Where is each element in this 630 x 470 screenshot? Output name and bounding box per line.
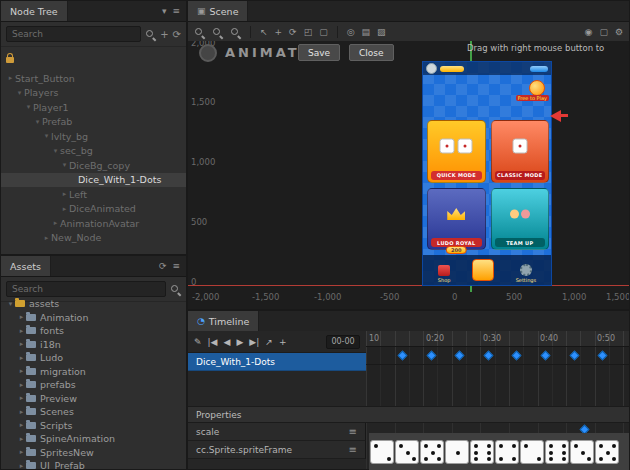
mode-tile[interactable]: LUDO ROYAL200 — [427, 188, 486, 251]
asset-arrow-icon[interactable]: ▸ — [17, 340, 26, 348]
tree-arrow-icon[interactable]: ▸ — [42, 234, 51, 242]
select-tool-icon[interactable]: ↖ — [260, 27, 268, 37]
asset-item[interactable]: ▸SpritesNew — [1, 446, 186, 460]
keyframe-diamond[interactable] — [512, 351, 522, 361]
rotate-tool-icon[interactable]: ⟳ — [289, 27, 297, 37]
lock-icon[interactable] — [6, 57, 14, 63]
tab-node-tree[interactable]: Node Tree — [1, 1, 68, 21]
tree-item[interactable]: ▸DiceAnimated — [1, 202, 186, 217]
game-preview[interactable]: Free to Play QUICK MODECLASSIC MODELUDO … — [422, 61, 552, 286]
region-tool-icon[interactable]: ◰ — [304, 27, 313, 37]
tree-arrow-icon[interactable]: ▾ — [51, 147, 60, 155]
assets-menu-icon[interactable]: ≡ — [172, 261, 180, 271]
dice-frame[interactable] — [595, 440, 619, 464]
tree-item[interactable]: ▾DiceBg_copy — [1, 158, 186, 173]
record-circle-icon[interactable] — [199, 44, 217, 62]
timeline-ruler[interactable]: 100:200:300:400:50 — [366, 331, 629, 347]
tree-item[interactable]: ▾Prefab — [1, 115, 186, 130]
time-display[interactable]: 00-00 — [326, 335, 360, 349]
dice-frame[interactable] — [545, 440, 569, 464]
asset-arrow-icon[interactable]: ▸ — [17, 408, 26, 416]
step-back-icon[interactable]: ◀ — [224, 337, 231, 347]
gizmo-arrow-icon[interactable] — [550, 110, 561, 122]
edit-icon[interactable]: ✎ — [194, 337, 202, 347]
zoom-reset-icon[interactable] — [212, 27, 223, 38]
skip-start-icon[interactable]: |◀ — [208, 337, 218, 347]
assets-search-icon[interactable] — [170, 284, 181, 295]
asset-item[interactable]: ▸Animation — [1, 311, 186, 325]
mode-tile[interactable]: QUICK MODE — [427, 120, 486, 183]
tree-item[interactable]: ▸New_Node — [1, 231, 186, 246]
dice-frame[interactable] — [420, 440, 444, 464]
tree-item[interactable]: ▾lvlty_bg — [1, 129, 186, 144]
tree-arrow-icon[interactable]: ▾ — [42, 132, 51, 140]
node-tree-search-input[interactable] — [6, 26, 141, 42]
tree-item[interactable]: ▾Player1 — [1, 100, 186, 115]
dice-frame[interactable] — [370, 440, 394, 464]
asset-item[interactable]: ▸SpineAnimation — [1, 432, 186, 446]
dice-frame[interactable] — [520, 440, 544, 464]
asset-item[interactable]: ▾assets — [1, 297, 186, 311]
play-icon[interactable]: ▶ — [236, 337, 243, 347]
keyframe-diamond[interactable] — [483, 351, 493, 361]
mode-tile[interactable]: CLASSIC MODE — [491, 120, 550, 183]
property-menu-icon[interactable]: ≡ — [349, 426, 357, 437]
asset-item[interactable]: ▸Ludo — [1, 351, 186, 365]
step-forward-icon[interactable]: ▶| — [249, 337, 259, 347]
dice-frame[interactable] — [395, 440, 419, 464]
anchor-tool-icon[interactable]: ◎ — [347, 27, 355, 37]
tree-arrow-icon[interactable]: ▾ — [33, 118, 42, 126]
assets-search-input[interactable] — [6, 281, 166, 297]
asset-arrow-icon[interactable]: ▸ — [17, 421, 26, 429]
property-row[interactable]: scale≡ — [188, 423, 366, 441]
tree-arrow-icon[interactable]: ▸ — [60, 190, 69, 198]
keyframe-track[interactable] — [366, 347, 629, 365]
asset-arrow-icon[interactable]: ▸ — [17, 394, 26, 402]
asset-arrow-icon[interactable]: ▸ — [17, 462, 26, 469]
keyframe-diamond[interactable] — [398, 351, 408, 361]
dice-frame[interactable] — [570, 440, 594, 464]
zoom-out-icon[interactable] — [194, 27, 205, 38]
tree-item[interactable]: ▾Players — [1, 86, 186, 101]
property-row[interactable]: cc.Sprite.spriteFrame≡ — [188, 441, 366, 459]
tree-item[interactable]: ▸Left — [1, 187, 186, 202]
zoom-in-icon[interactable] — [230, 27, 241, 38]
dice-frame[interactable] — [495, 440, 519, 464]
asset-arrow-icon[interactable]: ▸ — [17, 435, 26, 443]
tab-assets[interactable]: Assets — [1, 256, 51, 276]
tree-arrow-icon[interactable]: ▾ — [60, 161, 69, 169]
mode-tile[interactable]: TEAM UP — [491, 188, 550, 251]
asset-arrow-icon[interactable]: ▸ — [17, 367, 26, 375]
move-tool-icon[interactable]: + — [275, 27, 283, 37]
rect-tool-icon[interactable]: ▢ — [319, 27, 328, 37]
asset-item[interactable]: ▸Scenes — [1, 405, 186, 419]
asset-item[interactable]: ▸fonts — [1, 324, 186, 338]
asset-arrow-icon[interactable]: ▸ — [17, 327, 26, 335]
keyframe-diamond[interactable] — [426, 351, 436, 361]
tree-arrow-icon[interactable]: ▾ — [15, 89, 24, 97]
tree-arrow-icon[interactable]: ▸ — [51, 219, 60, 227]
tab-scene[interactable]: ▣ Scene — [188, 1, 248, 21]
close-button[interactable]: Close — [349, 44, 394, 61]
asset-item[interactable]: ▸i18n — [1, 338, 186, 352]
keyframe-diamond[interactable] — [569, 351, 579, 361]
asset-arrow-icon[interactable]: ▸ — [17, 448, 26, 456]
collapse-all-icon[interactable]: ▾ — [162, 6, 167, 16]
search-icon[interactable] — [145, 29, 156, 40]
refresh-icon[interactable]: ⟳ — [173, 29, 181, 40]
dice-frame[interactable] — [445, 440, 469, 464]
tree-item[interactable]: ▾sec_bg — [1, 144, 186, 159]
asset-item[interactable]: ▸UI_Prefab — [1, 459, 186, 469]
save-button[interactable]: Save — [298, 44, 340, 61]
scene-settings-icon[interactable]: ⚙ — [615, 27, 623, 37]
asset-arrow-icon[interactable]: ▸ — [17, 381, 26, 389]
asset-arrow-icon[interactable]: ▾ — [6, 300, 15, 308]
tree-arrow-icon[interactable]: ▸ — [60, 205, 69, 213]
keyframe-diamond[interactable] — [455, 351, 465, 361]
layers-tool-icon[interactable]: ▨ — [377, 27, 386, 37]
tree-item[interactable]: ▸Start_Button — [1, 71, 186, 86]
scene-canvas[interactable]: ANIMATE Save Close Drag with right mouse… — [188, 41, 629, 309]
camera-tool-icon[interactable]: ◉ — [585, 27, 593, 37]
export-icon[interactable]: ↗ — [265, 337, 273, 347]
asset-item[interactable]: ▸prefabs — [1, 378, 186, 392]
